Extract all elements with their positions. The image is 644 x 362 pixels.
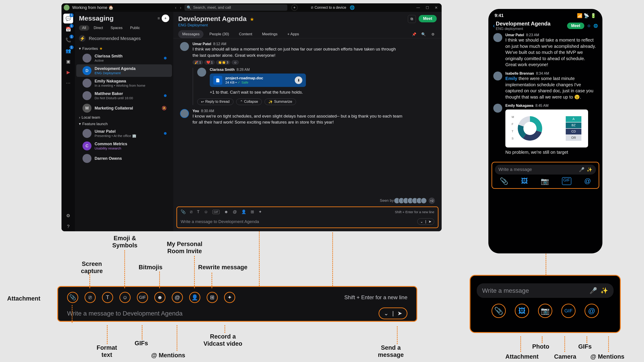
ai-icon[interactable]: ✨: [600, 287, 608, 294]
convo-clarissa[interactable]: Clarissa Smith Active: [75, 52, 173, 64]
chart-attachment[interactable]: A BZ CD OR M F T S: [505, 109, 588, 147]
bitmoji-icon[interactable]: ☻: [224, 210, 228, 214]
phone-compose-input[interactable]: Write a message 🎤✨: [495, 165, 596, 175]
back-icon[interactable]: ‹: [493, 22, 495, 29]
camera-icon[interactable]: 📷: [541, 177, 549, 185]
rail-teams[interactable]: 👥1: [63, 46, 73, 56]
convo-darren[interactable]: Darren Owens: [75, 152, 173, 165]
seen-more[interactable]: +2: [429, 198, 435, 204]
emoji-icon[interactable]: ☺: [204, 210, 208, 214]
pin-icon[interactable]: 📌: [410, 32, 418, 36]
attach-icon[interactable]: 📎: [67, 292, 78, 303]
tab-people[interactable]: People (30): [205, 30, 233, 38]
favorite-star-icon[interactable]: ★: [250, 16, 254, 22]
compose-input[interactable]: Write a message to Development Agenda: [67, 310, 378, 317]
expand-icon[interactable]: ⌄: [420, 219, 423, 224]
reaction[interactable]: 🎉 1: [192, 60, 203, 64]
nav-fwd-icon[interactable]: ›: [180, 5, 181, 10]
room-invite-icon[interactable]: 👤: [189, 292, 200, 303]
favorites-section[interactable]: ▾ Favorites ★: [75, 45, 173, 52]
rail-calls[interactable]: 📞1: [63, 35, 73, 45]
format-icon[interactable]: T: [197, 210, 200, 214]
search-in-space-icon[interactable]: 🔍: [420, 32, 427, 36]
send-control[interactable]: ⌄ | ➤: [417, 218, 434, 225]
voice-icon[interactable]: 🎤: [579, 167, 584, 172]
vidcast-icon[interactable]: ⊞: [251, 209, 254, 214]
tab-meetings[interactable]: Meetings: [258, 30, 282, 38]
convo-dev-agenda[interactable]: D Development Agenda ENG Deployment: [76, 64, 172, 77]
convo-marketing[interactable]: M Marketing Collateral 🔕: [75, 102, 173, 114]
summarize-button[interactable]: ✨ Summarize: [264, 98, 296, 105]
emoji-icon[interactable]: ☺: [120, 292, 130, 303]
rail-settings-icon[interactable]: ⚙: [63, 211, 73, 221]
screencap-icon[interactable]: ⎚: [84, 292, 96, 303]
collapse-button[interactable]: ⌃ Collapse: [236, 98, 262, 105]
phone-meet-button[interactable]: Meet: [567, 22, 584, 29]
rail-calendar[interactable]: 📅1: [63, 24, 73, 34]
file-attachment[interactable]: 📄 project-roadmap.doc 24 KB • ✓ Safe ⬇: [210, 73, 306, 87]
mention-icon[interactable]: @: [233, 210, 237, 214]
attach-icon[interactable]: 📎: [500, 177, 508, 185]
filter-icon[interactable]: ≡: [158, 16, 160, 21]
filter-spaces[interactable]: Spaces: [108, 25, 126, 31]
send-control[interactable]: ⌄|➤: [378, 308, 408, 319]
rail-vidcast[interactable]: ▶: [63, 67, 73, 77]
space-settings-icon[interactable]: ⚙: [429, 32, 437, 36]
rail-help-icon[interactable]: ?: [63, 221, 73, 231]
compose-input[interactable]: Write a message to Development Agenda: [181, 219, 417, 224]
format-icon[interactable]: T: [102, 292, 113, 303]
attach-icon[interactable]: 📎: [492, 304, 506, 318]
window-close-icon[interactable]: ✕: [435, 5, 438, 10]
bitmoji-icon[interactable]: ☻: [154, 292, 166, 303]
send-icon[interactable]: ➤: [428, 219, 431, 224]
mention-icon[interactable]: @: [584, 177, 591, 185]
new-action-button[interactable]: +: [291, 4, 298, 11]
vidcast-icon[interactable]: ⊞: [206, 292, 218, 303]
nav-back-icon[interactable]: ‹: [175, 5, 176, 10]
new-message-button[interactable]: +: [162, 14, 169, 22]
self-avatar[interactable]: [64, 5, 70, 10]
globe-icon[interactable]: 🌐: [594, 24, 598, 28]
gif-icon[interactable]: GIF: [561, 304, 576, 318]
gif-icon[interactable]: GIF: [137, 292, 148, 303]
feature-launch-section[interactable]: ▾ Feature launch: [75, 121, 173, 127]
screencap-icon[interactable]: ⎚: [190, 210, 192, 214]
recommended-messages[interactable]: ⚡ Recommended Messages: [79, 34, 169, 43]
connect-device[interactable]: ⎚ Connect to a device: [311, 5, 346, 9]
gif-icon[interactable]: GIF: [562, 177, 571, 185]
reaction[interactable]: 👏👏 3: [216, 60, 230, 64]
voice-icon[interactable]: 🎤: [590, 287, 597, 294]
room-subtitle[interactable]: ENG Deployment: [178, 23, 408, 27]
meet-button[interactable]: Meet: [418, 15, 437, 22]
convo-umar[interactable]: Umar Patel Presenting • At the office 🏢: [75, 127, 173, 140]
tab-apps[interactable]: + Apps: [283, 30, 303, 38]
rail-box[interactable]: ▣: [63, 56, 73, 66]
photo-icon[interactable]: 🖼: [515, 304, 529, 318]
mobile-compose-input[interactable]: Write a message 🎤✨: [477, 283, 614, 298]
local-team-section[interactable]: › Local team: [75, 114, 173, 121]
reply-thread-button[interactable]: ↩ Reply to thread: [197, 98, 234, 105]
convo-emily[interactable]: Emily Nakagawa In a meeting • Working fr…: [75, 77, 173, 89]
mention-icon[interactable]: @: [172, 292, 183, 303]
attach-icon[interactable]: 📎: [181, 209, 186, 214]
camera-icon[interactable]: 📷: [538, 304, 552, 318]
room-invite-icon[interactable]: 👤: [241, 209, 246, 214]
photo-icon[interactable]: 🖼: [521, 177, 528, 185]
add-reaction[interactable]: ☺: [232, 60, 239, 64]
rail-chat[interactable]: 💬5: [63, 14, 73, 23]
tab-content[interactable]: Content: [235, 30, 256, 38]
rail-more[interactable]: ⋯: [63, 78, 73, 88]
tab-messages[interactable]: Messages: [178, 30, 204, 38]
ai-icon[interactable]: ✨: [587, 167, 592, 172]
rewrite-icon[interactable]: ✦: [258, 209, 262, 214]
filter-public[interactable]: Public: [127, 25, 143, 31]
filter-all[interactable]: All: [79, 25, 89, 31]
reaction[interactable]: ❤️ 1: [204, 60, 215, 64]
window-max-icon[interactable]: ☐: [426, 5, 429, 10]
filter-direct[interactable]: Direct: [90, 25, 106, 31]
global-search[interactable]: 🔍 Search, meet, and call: [184, 4, 287, 11]
presence-status[interactable]: Working from home 🏠: [72, 5, 113, 10]
convo-matthew[interactable]: Matthew Baker Do Not Disturb until 16:00: [75, 89, 173, 102]
window-min-icon[interactable]: —: [416, 5, 420, 10]
more-icon[interactable]: ⊙: [588, 24, 590, 28]
